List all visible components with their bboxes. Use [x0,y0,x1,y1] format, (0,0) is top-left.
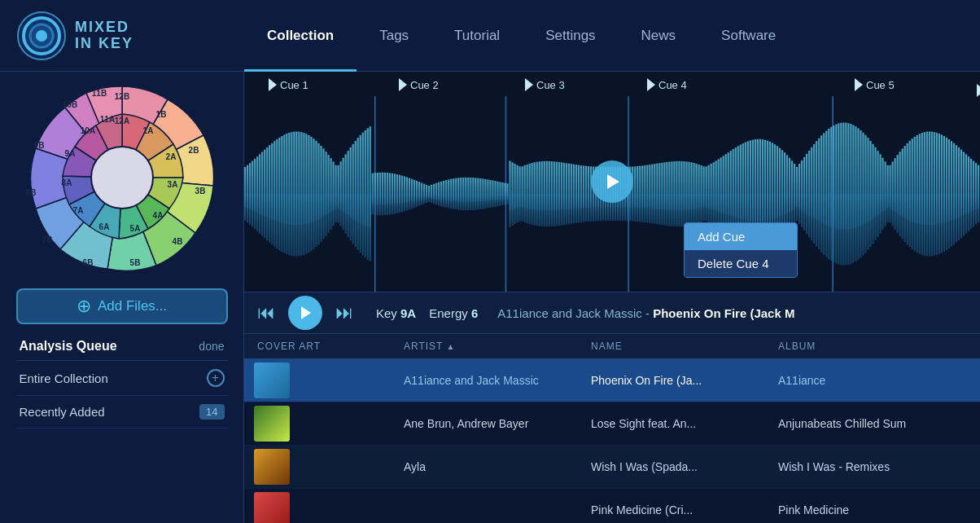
svg-rect-453 [534,162,536,225]
header-album[interactable]: ALBUM [768,334,977,358]
cover-art-thumb-2 [254,406,290,442]
cue-marker-1[interactable]: Cue 1 [269,78,308,91]
key-label: Key 9A [376,306,416,320]
cover-art-thumb-3 [254,449,290,485]
svg-rect-385 [367,128,369,259]
cue-marker-4[interactable]: Cue 4 [647,78,687,91]
recently-added-item[interactable]: Recently Added 14 [16,396,228,429]
cue-marker-3[interactable]: Cue 3 [525,78,565,91]
svg-rect-605 [907,143,908,244]
svg-rect-511 [676,161,677,226]
svg-rect-599 [892,161,894,226]
svg-rect-509 [671,161,672,226]
svg-rect-615 [931,132,933,257]
skip-forward-button[interactable]: ⏭ [335,302,353,323]
svg-rect-497 [641,165,643,222]
svg-rect-584 [855,126,856,262]
svg-rect-561 [798,164,800,224]
svg-text:5A: 5A [129,224,140,233]
header-name[interactable]: NAME [581,334,768,358]
svg-rect-424 [462,178,464,210]
svg-rect-399 [401,176,403,213]
svg-rect-583 [852,125,854,263]
svg-rect-343 [264,150,265,239]
svg-rect-567 [813,144,815,244]
svg-rect-560 [796,167,798,221]
track-row[interactable]: A11iance and Jack Massic Phoenix On Fire… [244,359,980,402]
svg-rect-419 [450,179,452,209]
svg-rect-462 [556,162,558,226]
svg-rect-346 [271,143,273,245]
svg-rect-556 [786,155,788,232]
tab-software[interactable]: Software [698,0,798,72]
waveform-play-button[interactable] [591,160,633,203]
svg-rect-438 [497,182,498,207]
add-files-plus-icon: ⊕ [77,296,91,317]
svg-rect-429 [475,178,476,209]
cover-art-cell-4 [247,489,394,523]
tab-collection[interactable]: Collection [244,0,357,72]
svg-rect-441 [504,183,505,205]
svg-rect-432 [482,178,483,209]
svg-rect-395 [392,174,393,214]
svg-text:11A: 11A [99,115,114,124]
analysis-queue-header: Analysis Queue done [16,332,228,361]
svg-rect-613 [926,132,928,257]
svg-rect-376 [345,154,347,233]
svg-rect-558 [791,160,793,226]
svg-rect-447 [518,166,520,221]
svg-rect-612 [924,132,925,256]
content-area: Cue 1 Cue 2 Cue 3 Cue 4 Cue 5 [244,72,980,523]
track-row[interactable]: Ane Brun, Andrew Bayer Lose Sight feat. … [244,402,980,446]
svg-rect-564 [806,154,807,234]
tab-tags[interactable]: Tags [357,0,431,72]
svg-rect-392 [384,173,386,215]
svg-rect-436 [492,181,493,208]
svg-rect-631 [970,159,972,229]
svg-rect-470 [575,165,577,223]
svg-rect-594 [879,154,881,233]
play-pause-button[interactable] [288,296,322,330]
waveform-area[interactable]: Cue 1 Cue 2 Cue 3 Cue 4 Cue 5 [244,72,980,292]
entire-collection-add-button[interactable]: + [207,369,225,387]
track-row[interactable]: Pink Medicine (Cri... Pink Medicine [244,489,980,523]
svg-rect-413 [435,183,437,205]
svg-rect-563 [803,157,805,231]
tab-news[interactable]: News [619,0,699,72]
cover-art-thumb-4 [254,492,290,523]
header-cover-art: COVER ART [247,334,394,358]
header-artist[interactable]: ARTIST ▲ [394,334,581,358]
context-menu-add-cue[interactable]: Add Cue [685,223,797,250]
svg-rect-504 [658,163,660,225]
svg-rect-609 [917,135,918,253]
svg-rect-340 [256,156,258,231]
context-menu-delete-cue[interactable]: Delete Cue 4 [685,250,797,277]
svg-rect-499 [646,165,648,223]
svg-rect-595 [882,158,883,230]
name-cell-2: Lose Sight feat. An... [581,409,768,438]
cue-marker-5[interactable]: Cue 5 [855,78,895,91]
svg-rect-396 [394,174,396,213]
add-files-button[interactable]: ⊕ Add Files... [16,288,228,324]
name-cell-3: Wish I Was (Spada... [581,452,768,481]
track-row[interactable]: Ayla Wish I Was (Spada... Wish I Was - R… [244,446,980,489]
logo-icon [16,11,67,61]
skip-back-button[interactable]: ⏮ [257,302,275,323]
svg-rect-520 [698,165,699,223]
svg-rect-525 [711,164,712,224]
svg-rect-373 [338,165,339,222]
svg-rect-401 [406,178,408,211]
cue-marker-2[interactable]: Cue 2 [399,78,439,91]
tab-settings[interactable]: Settings [523,0,618,72]
cue-marker-6[interactable]: Cue 6 [977,78,980,103]
svg-rect-577 [838,123,839,264]
svg-rect-597 [886,165,888,222]
svg-rect-600 [895,158,896,230]
entire-collection-item[interactable]: Entire Collection + [16,361,228,396]
svg-rect-352 [286,134,287,254]
svg-rect-420 [453,178,454,209]
tab-tutorial[interactable]: Tutorial [431,0,523,72]
svg-rect-494 [634,166,636,221]
svg-rect-443 [509,160,510,226]
svg-rect-390 [379,173,381,215]
